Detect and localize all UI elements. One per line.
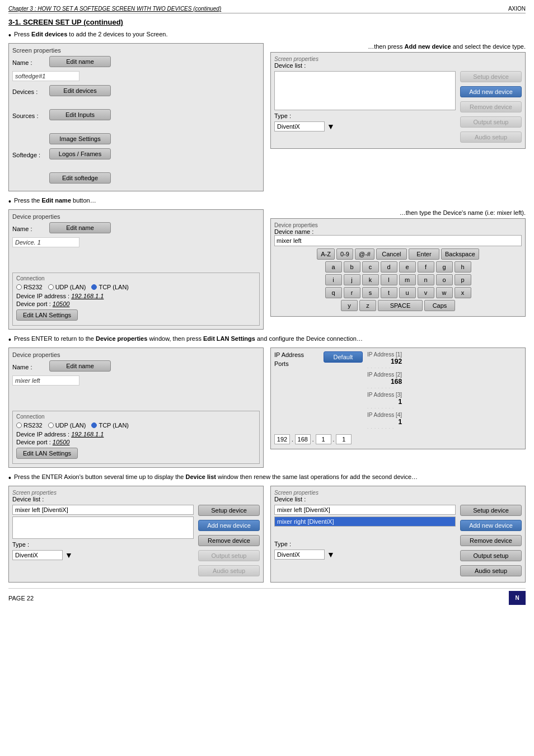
ip-address-label: IP Address	[274, 351, 319, 358]
edit-lan-row-1: Edit LAN Settings	[16, 309, 256, 321]
kb-device-name-input[interactable]	[274, 235, 522, 246]
kb-space[interactable]: SPACE	[378, 300, 423, 311]
remove-device-btn-3[interactable]: Remove device	[460, 535, 522, 546]
sources-row-1: Sources : Edit Inputs	[12, 109, 260, 123]
kb-s[interactable]: s	[362, 287, 379, 298]
setup-device-btn-2[interactable]: Setup device	[198, 505, 260, 516]
kb-v[interactable]: v	[418, 287, 434, 298]
kb-c[interactable]: c	[362, 261, 379, 273]
audio-setup-btn-2[interactable]: Audio setup	[198, 565, 260, 576]
tcp-radio-2[interactable]: TCP (LAN)	[91, 422, 129, 429]
kb-y[interactable]: y	[341, 300, 358, 311]
type-label-3: Type :	[274, 541, 308, 547]
remove-device-btn-1[interactable]: Remove device	[460, 101, 522, 112]
default-btn[interactable]: Default	[324, 351, 363, 363]
kb-at[interactable]: @-#	[355, 248, 374, 260]
screen-props-right-col: …then press Add new device and select th…	[270, 43, 526, 191]
dropdown-arrow-1[interactable]: ▼	[327, 122, 335, 131]
bullet2-icon: •	[8, 197, 11, 206]
rs232-radio-2[interactable]: RS232	[16, 422, 43, 429]
dropdown-arrow-3[interactable]: ▼	[327, 550, 335, 559]
kb-r[interactable]: r	[344, 287, 360, 298]
right-buttons-col-1: Setup device Add new device Remove devic…	[460, 71, 522, 145]
kb-w[interactable]: w	[436, 287, 453, 298]
ip-label-1: Device IP address :	[16, 293, 69, 299]
device-item-mixer-left[interactable]: mixer left [DiventiX]	[12, 505, 194, 515]
kb-j[interactable]: j	[344, 274, 360, 285]
add-new-device-btn-1[interactable]: Add new device	[460, 86, 522, 97]
kb-g[interactable]: g	[436, 261, 453, 273]
kb-i[interactable]: i	[325, 274, 342, 285]
kb-n[interactable]: n	[418, 274, 434, 285]
kb-b[interactable]: b	[344, 261, 360, 273]
logos-frames-btn[interactable]: Logos / Frames	[49, 148, 111, 159]
kb-caps[interactable]: Caps	[424, 300, 455, 311]
add-new-device-btn-3[interactable]: Add new device	[460, 520, 522, 531]
name-label-1: Name :	[12, 59, 46, 66]
kb-q[interactable]: q	[325, 287, 342, 298]
ip-labels-col: IP Address Ports	[274, 351, 319, 431]
kb-backspace[interactable]: Backspace	[441, 248, 479, 260]
add-new-device-btn-2[interactable]: Add new device	[198, 520, 260, 531]
udp-radio-2[interactable]: UDP (LAN)	[48, 422, 86, 429]
kb-h[interactable]: h	[455, 261, 471, 273]
kb-u[interactable]: u	[399, 287, 416, 298]
kb-09[interactable]: 0-9	[336, 248, 353, 260]
rs232-radio-1[interactable]: RS232	[16, 284, 43, 290]
device-item-mixer-left-2[interactable]: mixer left [DiventiX]	[274, 505, 456, 515]
edit-softedge-btn[interactable]: Edit softedge	[49, 172, 111, 184]
edit-lan-btn-2[interactable]: Edit LAN Settings	[16, 448, 78, 459]
audio-setup-btn-3[interactable]: Audio setup	[460, 565, 522, 576]
tcp-circle-2	[91, 422, 97, 428]
output-setup-btn-3[interactable]: Output setup	[460, 550, 522, 561]
output-setup-btn-2[interactable]: Output setup	[198, 550, 260, 561]
device-list-panel-1: Screen properties Device list : Type : D…	[270, 52, 526, 149]
kb-f[interactable]: f	[418, 261, 434, 273]
page-header: Chapter 3 : HOW TO SET A SOFTEDGE SCREEN…	[8, 6, 526, 13]
edit-lan-btn-1[interactable]: Edit LAN Settings	[16, 309, 78, 321]
output-setup-btn-1[interactable]: Output setup	[460, 116, 522, 128]
ip-box-3[interactable]	[316, 434, 331, 444]
kb-enter[interactable]: Enter	[409, 248, 439, 260]
bullet1-bold: Edit devices	[31, 31, 67, 37]
tcp-radio-1[interactable]: TCP (LAN)	[91, 284, 129, 290]
ip-box-4[interactable]	[336, 434, 352, 444]
udp-radio-1[interactable]: UDP (LAN)	[48, 284, 86, 290]
kb-k[interactable]: k	[362, 274, 379, 285]
ip-box-2[interactable]	[295, 434, 311, 444]
device-list-left-area-2: mixer left [DiventiX] Type : DiventiX ▼	[12, 505, 194, 579]
setup-device-btn-3[interactable]: Setup device	[460, 505, 522, 516]
remove-device-btn-2[interactable]: Remove device	[198, 535, 260, 546]
kb-l[interactable]: l	[381, 274, 397, 285]
image-settings-btn[interactable]: Image Settings	[49, 133, 111, 144]
dropdown-arrow-2[interactable]: ▼	[65, 551, 73, 560]
kb-p[interactable]: p	[455, 274, 471, 285]
type-value-2: DiventiX	[12, 550, 63, 560]
ip1-label: IP Address [1]	[367, 351, 402, 358]
edit-name-btn-1[interactable]: Edit name	[49, 56, 111, 67]
kb-az[interactable]: A-Z	[317, 248, 335, 260]
device-item-mixer-right[interactable]: mixer right [DiventiX]	[274, 516, 456, 527]
kb-x[interactable]: x	[455, 287, 471, 298]
kb-t[interactable]: t	[381, 287, 397, 298]
device-list-content-3: mixer left [DiventiX] mixer right [Diven…	[274, 505, 522, 579]
kb-a[interactable]: a	[325, 261, 342, 273]
section3-two-col: Device properties Name : Edit name mixer…	[8, 348, 526, 468]
kb-z[interactable]: z	[359, 300, 376, 311]
connection-section-2: Connection RS232 UDP (LAN) TCP (LAN)	[12, 411, 260, 464]
kb-m[interactable]: m	[399, 274, 416, 285]
device-edit-name-btn-2[interactable]: Edit name	[49, 360, 111, 372]
audio-setup-btn-1[interactable]: Audio setup	[460, 132, 522, 143]
edit-devices-btn[interactable]: Edit devices	[49, 85, 111, 96]
right-buttons-col-3: Setup device Add new device Remove devic…	[460, 505, 522, 579]
edit-inputs-btn[interactable]: Edit Inputs	[49, 109, 111, 120]
ip-box-1[interactable]	[274, 434, 290, 444]
type-row-2: Type :	[12, 541, 194, 548]
kb-cancel[interactable]: Cancel	[376, 248, 407, 260]
setup-device-btn-1[interactable]: Setup device	[460, 71, 522, 82]
section4-two-col: Screen properties Device list : mixer le…	[8, 486, 526, 583]
kb-d[interactable]: d	[381, 261, 397, 273]
device-edit-name-btn-1[interactable]: Edit name	[49, 222, 111, 233]
kb-o[interactable]: o	[436, 274, 453, 285]
kb-e[interactable]: e	[399, 261, 416, 273]
